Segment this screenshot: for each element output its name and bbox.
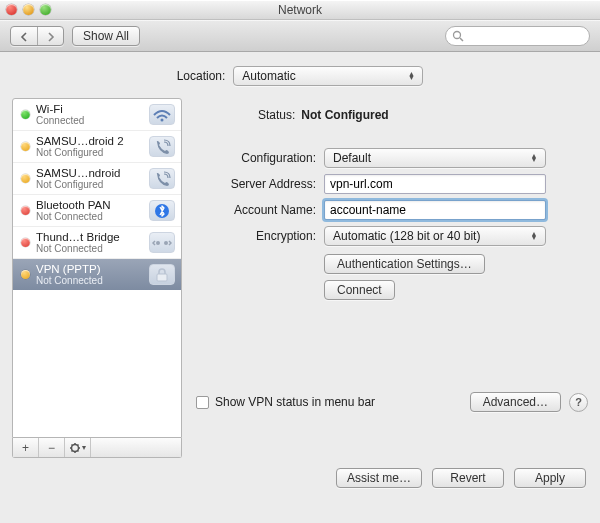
authentication-settings-button[interactable]: Authentication Settings…	[324, 254, 485, 274]
bridge-icon	[149, 232, 175, 253]
forward-button[interactable]	[37, 27, 63, 46]
svg-point-7	[71, 444, 78, 451]
status-dot-icon	[21, 238, 30, 247]
status-dot-icon	[21, 270, 30, 279]
service-item[interactable]: Bluetooth PANNot Connected	[13, 195, 181, 227]
minus-icon: −	[48, 441, 55, 455]
status-dot-icon	[21, 174, 30, 183]
service-name: Bluetooth PAN	[36, 199, 143, 211]
assist-me-label: Assist me…	[347, 471, 411, 485]
window-title: Network	[0, 3, 600, 17]
show-vpn-status-label: Show VPN status in menu bar	[215, 395, 375, 409]
svg-point-4	[156, 241, 160, 245]
service-item[interactable]: Wi-FiConnected	[13, 99, 181, 131]
advanced-button[interactable]: Advanced…	[470, 392, 561, 412]
svg-line-14	[77, 444, 78, 445]
assist-me-button[interactable]: Assist me…	[336, 468, 422, 488]
phone-icon	[149, 136, 175, 157]
lock-icon	[149, 264, 175, 285]
nav-back-forward	[10, 26, 64, 46]
server-address-label: Server Address:	[196, 177, 324, 191]
service-item[interactable]: SAMSU…droid 2Not Configured	[13, 131, 181, 163]
sidebar-footer-spacer	[91, 438, 181, 457]
connect-button[interactable]: Connect	[324, 280, 395, 300]
popup-arrows-icon: ▲▼	[404, 72, 418, 80]
service-item[interactable]: SAMSU…ndroidNot Configured	[13, 163, 181, 195]
status-value: Not Configured	[301, 108, 388, 122]
connect-label: Connect	[337, 283, 382, 297]
back-button[interactable]	[11, 27, 37, 46]
search-icon	[452, 30, 464, 42]
zoom-window-button[interactable]	[40, 4, 51, 15]
svg-line-12	[71, 444, 72, 445]
service-name: SAMSU…droid 2	[36, 135, 143, 147]
show-all-button[interactable]: Show All	[72, 26, 140, 46]
svg-line-13	[77, 450, 78, 451]
plus-icon: +	[22, 441, 29, 455]
service-state: Not Connected	[36, 211, 143, 222]
service-state: Connected	[36, 115, 143, 126]
service-state: Not Configured	[36, 147, 143, 158]
bluetooth-icon	[149, 200, 175, 221]
service-item[interactable]: Thund…t BridgeNot Connected	[13, 227, 181, 259]
status-dot-icon	[21, 142, 30, 151]
account-name-label: Account Name:	[196, 203, 324, 217]
service-state: Not Connected	[36, 275, 143, 286]
service-state: Not Configured	[36, 179, 143, 190]
status-dot-icon	[21, 206, 30, 215]
apply-button[interactable]: Apply	[514, 468, 586, 488]
service-name: Thund…t Bridge	[36, 231, 143, 243]
help-button[interactable]: ?	[569, 393, 588, 412]
svg-point-2	[161, 118, 164, 121]
chevron-right-icon	[46, 32, 56, 42]
phone-icon	[149, 168, 175, 189]
add-service-button[interactable]: +	[13, 438, 39, 457]
encryption-value: Automatic (128 bit or 40 bit)	[333, 229, 480, 243]
revert-label: Revert	[450, 471, 485, 485]
revert-button[interactable]: Revert	[432, 468, 504, 488]
authentication-settings-label: Authentication Settings…	[337, 257, 472, 271]
location-value: Automatic	[242, 69, 295, 83]
location-label: Location:	[177, 69, 226, 83]
configuration-value: Default	[333, 151, 371, 165]
configuration-popup[interactable]: Default ▲▼	[324, 148, 546, 168]
status-dot-icon	[21, 110, 30, 119]
service-list: Wi-FiConnectedSAMSU…droid 2Not Configure…	[12, 98, 182, 438]
account-name-input[interactable]	[324, 200, 546, 220]
show-vpn-status-checkbox[interactable]: Show VPN status in menu bar	[196, 395, 375, 409]
encryption-popup[interactable]: Automatic (128 bit or 40 bit) ▲▼	[324, 226, 546, 246]
service-state: Not Connected	[36, 243, 143, 254]
remove-service-button[interactable]: −	[39, 438, 65, 457]
gear-menu-icon	[69, 442, 87, 454]
svg-line-15	[71, 450, 72, 451]
service-name: SAMSU…ndroid	[36, 167, 143, 179]
close-window-button[interactable]	[6, 4, 17, 15]
service-name: VPN (PPTP)	[36, 263, 143, 275]
location-popup[interactable]: Automatic ▲▼	[233, 66, 423, 86]
svg-point-5	[164, 241, 168, 245]
server-address-input[interactable]	[324, 174, 546, 194]
show-all-label: Show All	[83, 29, 129, 43]
svg-rect-6	[157, 274, 167, 281]
configuration-label: Configuration:	[196, 151, 324, 165]
checkbox-icon	[196, 396, 209, 409]
svg-point-0	[454, 31, 461, 38]
advanced-label: Advanced…	[483, 395, 548, 409]
minimize-window-button[interactable]	[23, 4, 34, 15]
wifi-icon	[149, 104, 175, 125]
popup-arrows-icon: ▲▼	[527, 154, 541, 162]
service-action-menu[interactable]	[65, 438, 91, 457]
popup-arrows-icon: ▲▼	[527, 232, 541, 240]
service-item[interactable]: VPN (PPTP)Not Connected	[13, 259, 181, 290]
status-label: Status:	[258, 108, 295, 122]
search-input[interactable]	[468, 30, 583, 42]
svg-line-1	[460, 38, 463, 41]
encryption-label: Encryption:	[196, 229, 324, 243]
chevron-left-icon	[19, 32, 29, 42]
service-name: Wi-Fi	[36, 103, 143, 115]
search-field-container	[445, 26, 590, 46]
apply-label: Apply	[535, 471, 565, 485]
